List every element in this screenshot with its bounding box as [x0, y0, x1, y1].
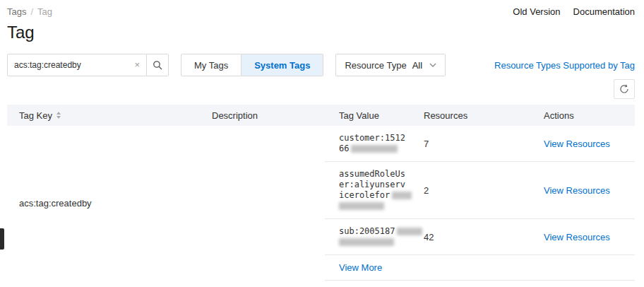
tag-value-text: sub:2005187	[339, 226, 395, 236]
resources-count-cell: 42	[410, 219, 530, 255]
search-box: ×	[7, 54, 147, 76]
breadcrumb-current: Tag	[37, 6, 52, 17]
search-input[interactable]	[8, 60, 132, 70]
tags-table: Tag Key Description Tag Value Resources …	[7, 105, 635, 281]
search-group: ×	[7, 54, 169, 76]
actions-cell: View Resources	[530, 219, 635, 255]
system-tags-button[interactable]: System Tags	[242, 54, 323, 76]
header-tag-key-label: Tag Key	[19, 110, 52, 121]
header-tag-key: Tag Key	[7, 105, 198, 126]
side-panel-handle[interactable]	[0, 228, 4, 250]
table-header-row: Tag Key Description Tag Value Resources …	[7, 105, 635, 126]
refresh-icon	[619, 84, 629, 94]
refresh-button[interactable]	[614, 79, 635, 99]
redacted-text	[339, 238, 394, 246]
resource-type-dropdown[interactable]: Resource Type All	[335, 54, 446, 76]
documentation-link[interactable]: Documentation	[573, 6, 635, 17]
redacted-text	[339, 202, 384, 210]
table-body: acs:tag:createdbycustomer:1512667View Re…	[7, 126, 635, 281]
header-tag-value: Tag Value	[325, 105, 410, 126]
tag-value-cell: assumedRoleUser:aliyunservicerolefor	[325, 162, 410, 219]
breadcrumb-separator: /	[30, 6, 33, 17]
old-version-link[interactable]: Old Version	[513, 6, 560, 17]
view-resources-link[interactable]: View Resources	[544, 185, 610, 196]
redacted-text	[397, 228, 422, 235]
table-row: acs:tag:createdbycustomer:1512667View Re…	[7, 126, 635, 162]
resources-count-cell: 2	[410, 162, 530, 219]
chevron-down-icon	[428, 63, 436, 67]
tag-value-text: customer:1512	[339, 133, 405, 143]
view-resources-link[interactable]: View Resources	[544, 232, 610, 242]
refresh-row	[7, 79, 635, 99]
search-icon	[153, 60, 162, 70]
toolbar: × My Tags System Tags Resource Type All	[7, 54, 635, 76]
tag-value-text: assumedRoleUs	[339, 169, 405, 179]
tag-value-cell: sub:2005187	[325, 219, 410, 255]
tag-value-text: 66	[339, 144, 349, 153]
header-description: Description	[198, 105, 325, 126]
redacted-text	[392, 192, 412, 199]
resource-type-value: All	[412, 60, 422, 71]
supported-resource-types-link[interactable]: Resource Types Supported by Tag	[494, 60, 635, 71]
resources-count-cell: 7	[410, 126, 530, 162]
view-more-link[interactable]: View More	[339, 262, 382, 273]
redacted-text	[351, 145, 398, 153]
header-actions: Actions	[530, 105, 635, 126]
tag-scope-tabs: My Tags System Tags	[181, 54, 323, 76]
header-resources: Resources	[410, 105, 530, 126]
description-cell	[198, 126, 325, 281]
tag-page: Tags/Tag Old Version Documentation Tag ×	[0, 0, 644, 281]
view-more-cell: View More	[325, 255, 635, 281]
top-bar: Tags/Tag Old Version Documentation	[7, 6, 635, 17]
view-resources-link[interactable]: View Resources	[544, 139, 610, 149]
tag-value-text: icerolefor	[339, 190, 390, 200]
tag-value-text: er:aliyunserv	[339, 180, 405, 189]
top-links: Old Version Documentation	[513, 6, 635, 17]
search-button[interactable]	[147, 54, 169, 76]
my-tags-button[interactable]: My Tags	[181, 54, 242, 76]
page-title: Tag	[7, 23, 635, 42]
tag-key-cell: acs:tag:createdby	[7, 126, 198, 281]
actions-cell: View Resources	[530, 126, 635, 162]
breadcrumb-tags[interactable]: Tags	[7, 6, 26, 17]
sort-icon[interactable]	[56, 110, 61, 121]
breadcrumb: Tags/Tag	[7, 6, 52, 17]
tag-value-cell: customer:151266	[325, 126, 410, 162]
actions-cell: View Resources	[530, 162, 635, 219]
resource-type-label: Resource Type	[345, 60, 406, 71]
clear-icon[interactable]: ×	[132, 54, 146, 76]
